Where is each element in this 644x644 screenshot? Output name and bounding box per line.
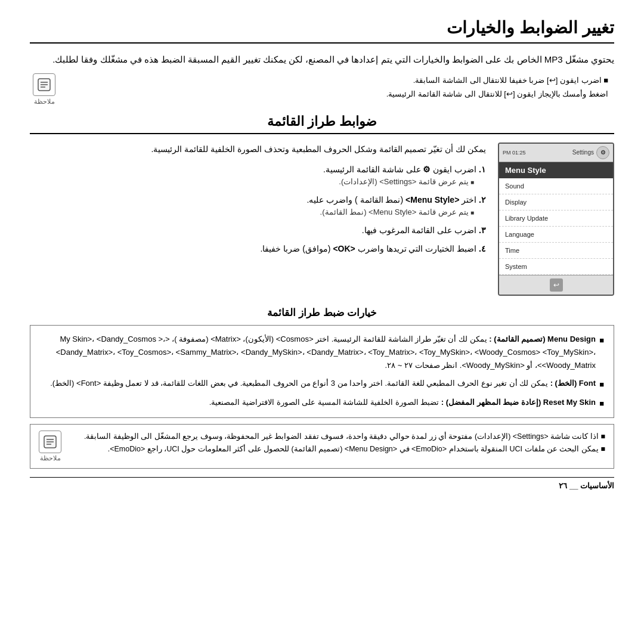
bullets-box: ■ Menu Design (تصميم القائمة) : يمكن لك … (30, 325, 614, 418)
note-line-1: ■ اضرب ايقون [↩] ضربا خفيفا للانتقال الى… (413, 76, 608, 85)
step-3-text: اضرب على القائمة المرغوب فيها. (362, 225, 476, 235)
device-settings-icon: ⚙ (596, 146, 609, 159)
step-3: ٣. اضرب على القائمة المرغوب فيها. (30, 224, 486, 237)
section1-heading: ضوابط طراز القائمة (30, 114, 614, 134)
device-mockup: ⚙ Settings 01:25 PM Menu Style Sound Dis… (498, 143, 614, 296)
step-2-sub: يتم عرض قائمة <Menu Style> (نمط القائمة)… (30, 206, 486, 219)
bottom-note-line-1: ■ اذا كانت شاشة <Settings> (الإعدادات) م… (84, 432, 605, 441)
bottom-note-icon-wrap: ملاحظة (39, 431, 61, 462)
page-container: تغيير الضوابط والخيارات يحتوي مشغّل MP3 … (0, 0, 644, 644)
device-menu-item-4[interactable]: Time (499, 243, 613, 259)
step-1-content: ١. اضرب ايقون ⚙ على شاشة القائمة الرئيسي… (30, 163, 486, 188)
step-1-num: ١. (476, 165, 486, 174)
note-text-1: ■ اضرب ايقون [↩] ضربا خفيفا للانتقال الى… (64, 73, 608, 101)
note-box-1: ملاحظة ■ اضرب ايقون [↩] ضربا خفيفا للانت… (30, 73, 614, 106)
bullet-text-2: Reset My Skin (إعادة ضبط المظهر المفضل) … (40, 396, 596, 409)
footer-page-number: الأساسيات __ ٢٦ (559, 481, 614, 490)
device-menu-title: Menu Style (499, 162, 613, 178)
device-back-button[interactable]: ↩ (499, 275, 613, 295)
step-2-text: اختر <Menu Style> (نمط القائمة ) واضرب ع… (306, 195, 476, 205)
bullet-item-1: ■ Font (الخط) : يمكن لك أن تغير نوع الحر… (40, 377, 604, 391)
step-4-content: ٤. اضبط الختيارت التي تريدها واضرب <OK> … (30, 242, 486, 255)
device-menu-item-2[interactable]: Library Update (499, 210, 613, 227)
back-arrow-icon: ↩ (550, 278, 563, 292)
page-footer: الأساسيات __ ٢٦ (30, 477, 614, 490)
bottom-note-line-2: ■ يمكن البحث عن ملفات UCI المنقولة باستخ… (108, 445, 605, 453)
bullet-dot-0: ■ (599, 334, 604, 347)
step-1-text: اضرب ايقون ⚙ على شاشة القائمة الرئيسية. (323, 165, 476, 174)
step-4-num: ٤. (476, 244, 486, 253)
device-time: 01:25 PM (503, 150, 526, 156)
bullet-text-1: Font (الخط) : يمكن لك أن تغير نوع الحرف … (40, 377, 596, 390)
bullet-text-0: Menu Design (تصميم القائمة) : يمكن لك أن… (40, 333, 596, 372)
device-menu-item-0[interactable]: Sound (499, 178, 613, 194)
bottom-note-text: ■ اذا كانت شاشة <Settings> (الإعدادات) م… (67, 431, 605, 456)
step-2: ٢. اختر <Menu Style> (نمط القائمة ) واضر… (30, 193, 486, 219)
note-icon-wrap: ملاحظة (30, 73, 58, 106)
bottom-note-icon (39, 431, 61, 453)
instructions-intro: يمكن لك أن تغيّر تصميم القائمة وشكل الحر… (30, 143, 486, 156)
bullet-dot-2: ■ (599, 397, 604, 410)
bullet-item-2: ■ Reset My Skin (إعادة ضبط المظهر المفضل… (40, 396, 604, 410)
device-menu-item-1[interactable]: Display (499, 194, 613, 210)
step-1-sub: يتم عرض قائمة <Settings> (الإعدادات). (30, 176, 486, 188)
note-label: ملاحظة (34, 98, 55, 106)
device-header-left: ⚙ Settings (572, 146, 609, 159)
step-2-num: ٢. (476, 195, 486, 205)
bullet-dot-1: ■ (599, 378, 604, 391)
sub-section-heading: خيارات ضبط طراز القائمة (30, 306, 614, 319)
device-header-title: Settings (572, 149, 594, 156)
device-header: ⚙ Settings 01:25 PM (499, 144, 613, 162)
step-3-num: ٣. (476, 225, 486, 235)
bottom-note-label: ملاحظة (40, 454, 61, 462)
note-icon (33, 73, 55, 96)
step-4: ٤. اضبط الختيارت التي تريدها واضرب <OK> … (30, 242, 486, 255)
bottom-note-box: ملاحظة ■ اذا كانت شاشة <Settings> (الإعد… (30, 424, 614, 469)
step-3-content: ٣. اضرب على القائمة المرغوب فيها. (30, 224, 486, 237)
note-line-2: اضغط وأمسك بالإيجاز ايقون [↩] للانتقال ا… (386, 89, 608, 98)
instructions: يمكن لك أن تغيّر تصميم القائمة وشكل الحر… (30, 143, 486, 296)
content-area: ⚙ Settings 01:25 PM Menu Style Sound Dis… (30, 143, 614, 296)
page-title: تغيير الضوابط والخيارات (30, 18, 614, 44)
step-4-text: اضبط الختيارت التي تريدها واضرب <OK> (مو… (261, 244, 477, 253)
device-menu-item-3[interactable]: Language (499, 227, 613, 243)
step-1: ١. اضرب ايقون ⚙ على شاشة القائمة الرئيسي… (30, 163, 486, 188)
bullet-item-0: ■ Menu Design (تصميم القائمة) : يمكن لك … (40, 333, 604, 372)
intro-text: يحتوي مشغّل MP3 الخاص بك على الضوابط وال… (30, 52, 614, 67)
device-menu-item-5[interactable]: System (499, 259, 613, 275)
step-2-content: ٢. اختر <Menu Style> (نمط القائمة ) واضر… (30, 193, 486, 219)
